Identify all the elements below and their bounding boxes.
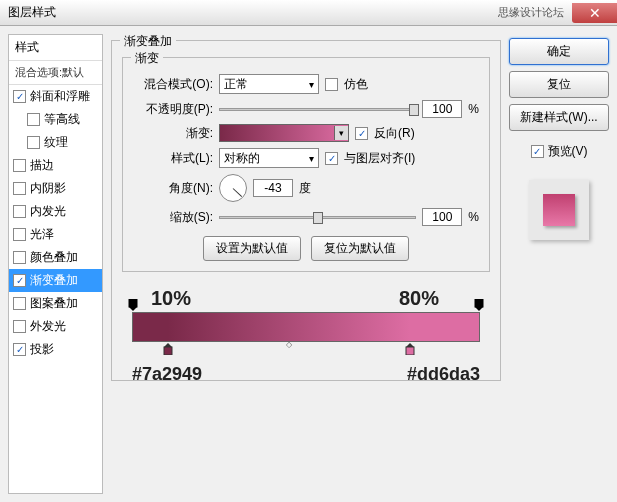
blend-options-header[interactable]: 混合选项:默认	[9, 61, 102, 85]
reset-default-button[interactable]: 复位为默认值	[311, 236, 409, 261]
svg-marker-3	[475, 307, 483, 311]
angle-dial[interactable]	[219, 174, 247, 202]
style-checkbox[interactable]	[13, 159, 26, 172]
opacity-stop-right[interactable]	[474, 299, 484, 311]
style-item-3[interactable]: 描边	[9, 154, 102, 177]
scale-input[interactable]: 100	[422, 208, 462, 226]
reverse-label: 反向(R)	[374, 125, 415, 142]
angle-label: 角度(N):	[133, 180, 213, 197]
style-item-0[interactable]: 斜面和浮雕	[9, 85, 102, 108]
set-default-button[interactable]: 设置为默认值	[203, 236, 301, 261]
align-label: 与图层对齐(I)	[344, 150, 415, 167]
layer-style-dialog: 图层样式 思缘设计论坛 ✕ 样式 混合选项:默认 斜面和浮雕等高线纹理描边内阴影…	[0, 0, 617, 502]
style-item-11[interactable]: 投影	[9, 338, 102, 361]
scale-label: 缩放(S):	[133, 209, 213, 226]
style-item-7[interactable]: 颜色叠加	[9, 246, 102, 269]
blend-mode-select[interactable]: 正常	[219, 74, 319, 94]
preview-swatch	[529, 180, 589, 240]
gradient-inner-group: 渐变 混合模式(O): 正常 仿色 不透明度(P): 100 %	[122, 57, 490, 272]
style-checkbox[interactable]	[13, 251, 26, 264]
gradient-bar[interactable]: 10% 80% ◇	[132, 312, 480, 342]
dither-checkbox[interactable]	[325, 78, 338, 91]
style-label: 等高线	[44, 111, 80, 128]
gradient-picker[interactable]	[219, 124, 349, 142]
right-panel: 确定 复位 新建样式(W)... 预览(V)	[509, 34, 609, 494]
style-select[interactable]: 对称的	[219, 148, 319, 168]
gradient-label: 渐变:	[133, 125, 213, 142]
stop-pct-1: 10%	[151, 287, 191, 310]
opacity-input[interactable]: 100	[422, 100, 462, 118]
angle-input[interactable]: -43	[253, 179, 293, 197]
style-item-5[interactable]: 内发光	[9, 200, 102, 223]
style-item-9[interactable]: 图案叠加	[9, 292, 102, 315]
dither-label: 仿色	[344, 76, 368, 93]
window-title: 图层样式	[8, 4, 56, 21]
style-label: 样式(L):	[133, 150, 213, 167]
style-list: 斜面和浮雕等高线纹理描边内阴影内发光光泽颜色叠加渐变叠加图案叠加外发光投影	[9, 85, 102, 361]
preview-label: 预览(V)	[548, 143, 588, 160]
preview-checkbox[interactable]	[531, 145, 544, 158]
style-label: 描边	[30, 157, 54, 174]
reverse-checkbox[interactable]	[355, 127, 368, 140]
preview-thumbnail	[543, 194, 575, 226]
style-checkbox[interactable]	[13, 90, 26, 103]
gradient-editor: 10% 80% ◇ #7a2949 #dd6da3	[132, 312, 480, 362]
style-label: 颜色叠加	[30, 249, 78, 266]
style-checkbox[interactable]	[13, 297, 26, 310]
style-label: 纹理	[44, 134, 68, 151]
style-item-1[interactable]: 等高线	[9, 108, 102, 131]
style-item-4[interactable]: 内阴影	[9, 177, 102, 200]
style-checkbox[interactable]	[13, 182, 26, 195]
style-item-10[interactable]: 外发光	[9, 315, 102, 338]
cancel-button[interactable]: 复位	[509, 71, 609, 98]
style-label: 内发光	[30, 203, 66, 220]
angle-unit: 度	[299, 180, 311, 197]
opacity-slider[interactable]	[219, 108, 416, 111]
titlebar-extra-text: 思缘设计论坛	[498, 5, 564, 20]
svg-rect-0	[129, 299, 137, 307]
style-label: 图案叠加	[30, 295, 78, 312]
blend-mode-label: 混合模式(O):	[133, 76, 213, 93]
titlebar: 图层样式 思缘设计论坛 ✕	[0, 0, 617, 26]
align-checkbox[interactable]	[325, 152, 338, 165]
style-item-2[interactable]: 纹理	[9, 131, 102, 154]
group-title: 渐变叠加	[120, 33, 176, 50]
style-label: 斜面和浮雕	[30, 88, 90, 105]
style-label: 渐变叠加	[30, 272, 78, 289]
opacity-unit: %	[468, 102, 479, 116]
svg-rect-2	[475, 299, 483, 307]
svg-marker-1	[129, 307, 137, 311]
style-checkbox[interactable]	[27, 113, 40, 126]
style-checkbox[interactable]	[13, 274, 26, 287]
center-panel: 渐变叠加 渐变 混合模式(O): 正常 仿色 不透明度(P): 100 %	[111, 34, 501, 494]
inner-title: 渐变	[131, 50, 163, 67]
new-style-button[interactable]: 新建样式(W)...	[509, 104, 609, 131]
style-checkbox[interactable]	[13, 228, 26, 241]
style-checkbox[interactable]	[13, 205, 26, 218]
sidebar-header: 样式	[9, 35, 102, 61]
style-checkbox[interactable]	[27, 136, 40, 149]
scale-slider[interactable]	[219, 216, 416, 219]
close-button[interactable]: ✕	[572, 3, 617, 23]
styles-sidebar: 样式 混合选项:默认 斜面和浮雕等高线纹理描边内阴影内发光光泽颜色叠加渐变叠加图…	[8, 34, 103, 494]
style-checkbox[interactable]	[13, 320, 26, 333]
style-label: 内阴影	[30, 180, 66, 197]
gradient-overlay-group: 渐变叠加 渐变 混合模式(O): 正常 仿色 不透明度(P): 100 %	[111, 40, 501, 381]
opacity-stop-left[interactable]	[128, 299, 138, 311]
stop-hex-1: #7a2949	[132, 364, 202, 385]
scale-unit: %	[468, 210, 479, 224]
stop-hex-2: #dd6da3	[407, 364, 480, 385]
style-checkbox[interactable]	[13, 343, 26, 356]
opacity-label: 不透明度(P):	[133, 101, 213, 118]
style-item-6[interactable]: 光泽	[9, 223, 102, 246]
style-label: 投影	[30, 341, 54, 358]
ok-button[interactable]: 确定	[509, 38, 609, 65]
style-label: 光泽	[30, 226, 54, 243]
style-label: 外发光	[30, 318, 66, 335]
style-item-8[interactable]: 渐变叠加	[9, 269, 102, 292]
stop-pct-2: 80%	[399, 287, 439, 310]
